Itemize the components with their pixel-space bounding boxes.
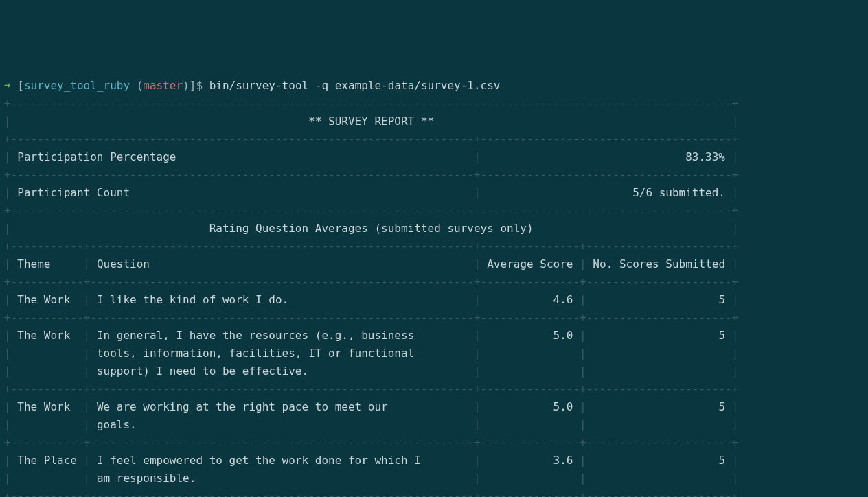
pipe: | [580, 347, 586, 360]
cell-theme [11, 347, 84, 360]
rule: +-----------+---------------------------… [4, 275, 738, 288]
pipe: | [732, 418, 739, 431]
pipe: | [732, 454, 739, 467]
pipe: | [4, 472, 11, 485]
pipe: | [580, 293, 586, 306]
pipe: | [474, 400, 481, 413]
pipe: | [474, 150, 481, 163]
pipe: | [4, 186, 11, 199]
pipe: | [474, 293, 481, 306]
cell-num: 5 [586, 454, 732, 467]
cell-avg: 5.0 [481, 400, 580, 413]
cell-question: support) I need to be effective. [90, 365, 474, 378]
cell-theme: The Work [11, 329, 84, 342]
paren: ( [130, 79, 143, 92]
pipe: | [4, 418, 11, 431]
pipe: | [84, 454, 91, 467]
pipe: | [4, 257, 11, 270]
pipe: | [4, 293, 11, 306]
pipe: | [732, 150, 739, 163]
rule: +---------------------------------------… [4, 204, 738, 217]
pipe: | [84, 257, 91, 270]
cell-question: goals. [90, 418, 474, 431]
pipe: | [732, 257, 739, 270]
pipe: | [732, 115, 739, 128]
pipe: | [732, 472, 739, 485]
pipe: | [732, 329, 739, 342]
count-value: 5/6 submitted. [481, 186, 732, 199]
command-text[interactable]: bin/survey-tool -q example-data/survey-1… [209, 79, 501, 92]
pipe: | [474, 257, 481, 270]
cell-avg: 4.6 [481, 293, 580, 306]
cell-theme [11, 472, 84, 485]
cell-question: In general, I have the resources (e.g., … [90, 329, 474, 342]
cell-num: 5 [586, 400, 732, 413]
pipe: | [580, 257, 586, 270]
rule: +---------------------------------------… [4, 168, 738, 181]
pipe: | [580, 472, 586, 485]
pipe: | [4, 329, 11, 342]
cell-avg [481, 347, 580, 360]
cwd: survey_tool_ruby [24, 79, 130, 92]
cell-theme: The Work [11, 400, 84, 413]
rule: +---------------------------------------… [4, 132, 738, 146]
cell-question: am responsible. [90, 472, 474, 485]
cell-question: I like the kind of work I do. [90, 293, 474, 306]
pipe: | [4, 454, 11, 467]
pipe: | [474, 454, 481, 467]
cell-avg [481, 472, 580, 485]
pipe: | [580, 418, 586, 431]
cell-question: tools, information, facilities, IT or fu… [90, 347, 474, 360]
col-num: No. Scores Submitted [586, 257, 732, 270]
pipe: | [84, 293, 91, 306]
prompt-arrow-icon: ➜ [4, 79, 11, 92]
terminal-output: ➜ [survey_tool_ruby (master)]$ bin/surve… [4, 77, 864, 497]
rule: +---------------------------------------… [4, 97, 738, 110]
bracket: [ [17, 79, 24, 92]
cell-avg: 3.6 [481, 454, 580, 467]
cell-avg [481, 365, 580, 378]
cell-avg: 5.0 [481, 329, 580, 342]
cell-avg [481, 418, 580, 431]
cell-num [586, 347, 732, 360]
pipe: | [580, 400, 586, 413]
col-question: Question [90, 257, 474, 270]
cell-theme [11, 365, 84, 378]
rule: +-----------+---------------------------… [4, 436, 738, 449]
participation-value: 83.33% [481, 150, 732, 163]
pipe: | [84, 347, 91, 360]
pipe: | [474, 347, 481, 360]
cell-theme: The Place [11, 454, 84, 467]
rule: +-----------+---------------------------… [4, 382, 738, 395]
cell-num [586, 472, 732, 485]
pipe: | [474, 186, 481, 199]
pipe: | [732, 365, 739, 378]
col-avg: Average Score [481, 257, 580, 270]
pipe: | [84, 329, 91, 342]
pipe: | [580, 454, 586, 467]
pipe: | [732, 293, 739, 306]
pipe: | [84, 365, 91, 378]
paren: ) [183, 79, 190, 92]
pipe: | [732, 186, 739, 199]
pipe: | [4, 115, 11, 128]
cell-theme: The Work [11, 293, 84, 306]
pipe: | [732, 222, 739, 235]
prompt-dollar: $ [196, 79, 209, 92]
pipe: | [4, 347, 11, 360]
cell-question: I feel empowered to get the work done fo… [90, 454, 474, 467]
cell-num [586, 365, 732, 378]
pipe: | [580, 329, 586, 342]
bracket: ] [190, 79, 196, 92]
pipe: | [732, 347, 739, 360]
pipe: | [4, 222, 11, 235]
pipe: | [84, 400, 91, 413]
col-theme: Theme [11, 257, 84, 270]
pipe: | [4, 400, 11, 413]
section-header: Rating Question Averages (submitted surv… [11, 222, 732, 235]
pipe: | [4, 365, 11, 378]
count-label: Participant Count [11, 186, 474, 199]
pipe: | [474, 365, 481, 378]
pipe: | [474, 329, 481, 342]
pipe: | [84, 472, 91, 485]
